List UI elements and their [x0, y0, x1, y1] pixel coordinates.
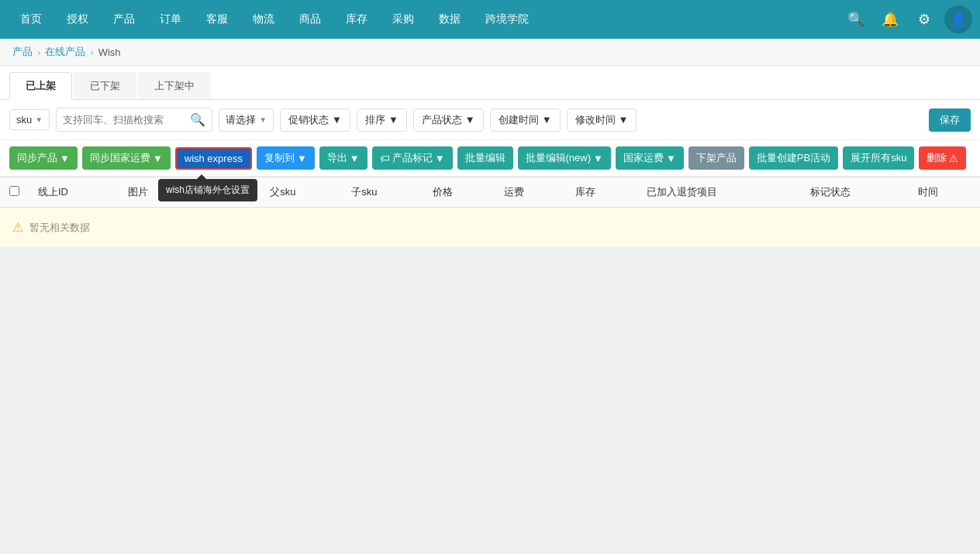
modify-time-filter[interactable]: 修改时间 ▼	[567, 108, 637, 132]
nav-logistics[interactable]: 物流	[240, 0, 287, 39]
batch-edit-new-arrow-icon: ▼	[593, 153, 603, 164]
export-button[interactable]: 导出 ▼	[319, 146, 368, 170]
country-shipping-label: 国家运费	[623, 151, 664, 165]
col-parent-sku: 父sku	[261, 177, 342, 208]
nav-purchase[interactable]: 采购	[380, 0, 426, 39]
sort-chevron-icon: ▼	[388, 114, 399, 126]
batch-pb-label: 批量创建PB活动	[757, 151, 830, 165]
modify-time-chevron-icon: ▼	[619, 114, 629, 126]
wish-express-label: wish express	[185, 153, 243, 164]
delist-label: 下架产品	[696, 151, 737, 165]
filters-bar: sku ▼ 🔍 请选择 ▼ 促销状态 ▼ 排序 ▼ 产品状态 ▼ 创建时间 ▼ …	[0, 100, 980, 140]
product-table: 线上ID 图片 标题 父sku 子sku 价格 运费 库存 已加入退货项目 标记…	[0, 177, 980, 248]
create-time-label: 创建时间	[499, 113, 539, 127]
wish-express-button[interactable]: wish express	[175, 147, 252, 170]
sort-label: 排序	[365, 113, 385, 127]
sync-product-label: 同步产品	[17, 151, 57, 165]
tag-icon: 🏷	[380, 153, 390, 164]
sync-product-arrow-icon: ▼	[60, 153, 70, 164]
modify-time-label: 修改时间	[575, 113, 616, 127]
batch-edit-button[interactable]: 批量编辑	[457, 146, 513, 170]
empty-text: 暂无相关数据	[29, 221, 90, 235]
delete-label: 删除	[927, 151, 947, 165]
col-shipping: 运费	[495, 177, 566, 208]
sku-select[interactable]: sku ▼	[9, 109, 50, 130]
sku-select-label: sku	[16, 114, 32, 126]
col-inventory: 库存	[566, 177, 637, 208]
sync-product-button[interactable]: 同步产品 ▼	[9, 146, 78, 170]
notification-icon[interactable]: 🔔	[876, 5, 904, 33]
nav-product[interactable]: 产品	[101, 0, 147, 39]
promo-status-label: 促销状态	[288, 113, 329, 127]
product-status-filter[interactable]: 产品状态 ▼	[413, 108, 484, 132]
nav-inventory[interactable]: 库存	[333, 0, 380, 39]
category-select[interactable]: 请选择 ▼	[219, 108, 274, 132]
show-all-sku-button[interactable]: 展开所有sku	[843, 146, 914, 170]
empty-data-row: ⚠ 暂无相关数据	[0, 208, 980, 248]
sync-shipping-label: 同步国家运费	[90, 151, 150, 165]
nav-customer[interactable]: 客服	[194, 0, 240, 39]
search-icon[interactable]: 🔍	[842, 5, 870, 33]
product-tag-label: 产品标记	[392, 151, 433, 165]
delist-button[interactable]: 下架产品	[688, 146, 744, 170]
search-input[interactable]	[63, 114, 187, 126]
wish-express-tooltip: wish店铺海外仓设置	[158, 179, 257, 201]
nav-order[interactable]: 订单	[147, 0, 194, 39]
select-all-checkbox[interactable]	[9, 186, 19, 196]
breadcrumb-sep-2: ›	[90, 46, 93, 58]
batch-edit-new-label: 批量编辑(new)	[526, 151, 592, 165]
batch-edit-new-button[interactable]: 批量编辑(new) ▼	[518, 146, 611, 170]
tab-delisted[interactable]: 已下架	[74, 72, 136, 99]
product-tag-arrow-icon: ▼	[435, 153, 445, 164]
tab-listing[interactable]: 上下架中	[138, 72, 211, 99]
sync-shipping-button[interactable]: 同步国家运费 ▼	[82, 146, 171, 170]
sort-filter[interactable]: 排序 ▼	[357, 108, 407, 132]
sync-shipping-arrow-icon: ▼	[153, 153, 163, 164]
settings-icon[interactable]: ⚙	[910, 5, 938, 33]
col-online-id: 线上ID	[29, 177, 119, 208]
tab-listed[interactable]: 已上架	[9, 72, 72, 100]
create-time-filter[interactable]: 创建时间 ▼	[490, 108, 561, 132]
breadcrumb-sep-1: ›	[37, 46, 40, 58]
category-chevron-icon: ▼	[259, 115, 267, 124]
search-input-wrap: 🔍	[56, 108, 212, 132]
col-checkbox	[0, 177, 29, 208]
copy-to-arrow-icon: ▼	[297, 153, 307, 164]
product-tag-button[interactable]: 🏷 产品标记 ▼	[372, 146, 453, 170]
show-all-sku-label: 展开所有sku	[851, 151, 906, 165]
nav-home[interactable]: 首页	[8, 0, 54, 39]
promo-status-filter[interactable]: 促销状态 ▼	[280, 108, 350, 132]
create-time-chevron-icon: ▼	[542, 114, 552, 126]
country-shipping-button[interactable]: 国家运费 ▼	[616, 146, 684, 170]
nav-goods[interactable]: 商品	[287, 0, 333, 39]
breadcrumb-product[interactable]: 产品	[12, 45, 33, 59]
product-status-label: 产品状态	[422, 113, 462, 127]
copy-to-label: 复制到	[264, 151, 295, 165]
save-button[interactable]: 保存	[929, 108, 971, 132]
delete-button[interactable]: 删除 ⚠	[919, 146, 966, 170]
breadcrumb: 产品 › 在线产品 › Wish	[0, 39, 980, 66]
delete-warning-icon: ⚠	[949, 153, 958, 164]
col-price: 价格	[423, 177, 495, 208]
col-refund: 已加入退货项目	[637, 177, 801, 208]
col-tag-status: 标记状态	[801, 177, 909, 208]
top-navigation: 首页 授权 产品 订单 客服 物流 商品 库存 采购 数据 跨境学院 🔍 🔔 ⚙…	[0, 0, 980, 39]
batch-edit-label: 批量编辑	[465, 151, 506, 165]
nav-data[interactable]: 数据	[426, 0, 473, 39]
actions-bar: 同步产品 ▼ 同步国家运费 ▼ wish express 复制到 ▼ 导出 ▼ …	[0, 140, 980, 177]
product-table-area: 线上ID 图片 标题 父sku 子sku 价格 运费 库存 已加入退货项目 标记…	[0, 177, 980, 248]
export-label: 导出	[327, 151, 347, 165]
col-child-sku: 子sku	[342, 177, 423, 208]
nav-auth[interactable]: 授权	[54, 0, 101, 39]
tabs-bar: 已上架 已下架 上下架中	[0, 66, 980, 100]
search-button[interactable]: 🔍	[190, 112, 205, 127]
breadcrumb-online-product[interactable]: 在线产品	[45, 45, 85, 59]
copy-to-button[interactable]: 复制到 ▼	[257, 146, 315, 170]
batch-pb-button[interactable]: 批量创建PB活动	[749, 146, 838, 170]
nav-academy[interactable]: 跨境学院	[473, 0, 541, 39]
user-avatar[interactable]: 👤	[944, 5, 972, 33]
promo-chevron-icon: ▼	[332, 114, 342, 126]
product-status-chevron-icon: ▼	[465, 114, 475, 126]
tooltip-text: wish店铺海外仓设置	[166, 184, 250, 195]
warning-icon: ⚠	[12, 220, 23, 235]
